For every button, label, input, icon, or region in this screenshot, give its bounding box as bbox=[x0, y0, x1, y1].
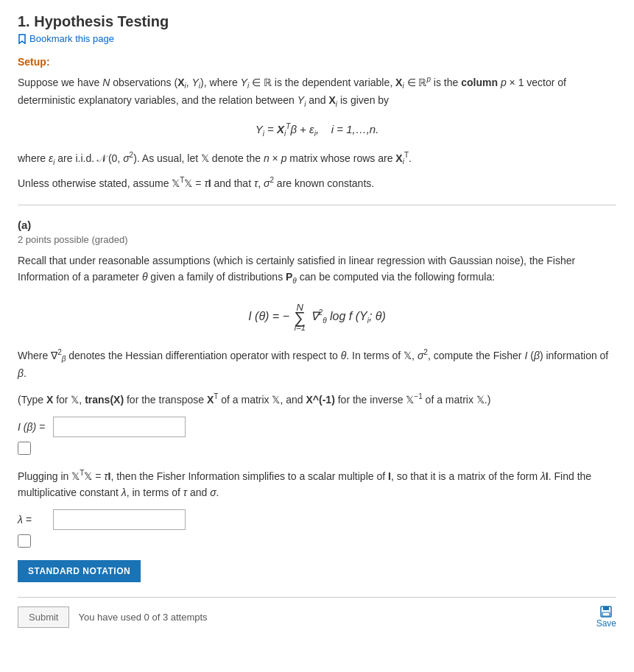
part-label: (a) bbox=[18, 219, 616, 231]
bookmark-link[interactable]: Bookmark this page bbox=[18, 33, 114, 44]
points-label: 2 points possible (graded) bbox=[18, 234, 616, 245]
standard-notation-button[interactable]: STANDARD NOTATION bbox=[18, 560, 141, 582]
answer-1-label: I (β) = bbox=[18, 421, 47, 433]
fisher-formula: I (θ) = − N ∑ i=1 ∇2θ log f (Yi; θ) bbox=[18, 302, 616, 332]
answer-2-label: λ = bbox=[18, 514, 47, 526]
divider-1 bbox=[18, 205, 616, 205]
problem-text-1: Recall that under reasonable assumptions… bbox=[18, 252, 616, 287]
answer-1-input[interactable] bbox=[53, 417, 186, 437]
checkbox-2[interactable] bbox=[18, 534, 31, 548]
page-title: 1. Hypothesis Testing bbox=[18, 13, 616, 30]
problem-text-4: Plugging in 𝕏T𝕏 = τI, then the Fisher In… bbox=[18, 467, 616, 501]
footer-bar: Submit You have used 0 of 3 attempts Sav… bbox=[18, 597, 616, 629]
submit-button[interactable]: Submit bbox=[18, 606, 69, 628]
attempts-text: You have used 0 of 3 attempts bbox=[78, 612, 207, 623]
svg-rect-2 bbox=[602, 612, 610, 616]
svg-rect-1 bbox=[603, 606, 609, 610]
main-formula: Yi = XiTβ + εi, i = 1,…,n. bbox=[18, 122, 616, 138]
answer-2-row: λ = bbox=[18, 509, 616, 530]
setup-paragraph-2: where εi are i.i.d. 𝒩 (0, σ2). As usual,… bbox=[18, 149, 616, 168]
save-label: Save bbox=[596, 618, 616, 629]
checkbox-1-row bbox=[18, 442, 616, 457]
save-area[interactable]: Save bbox=[596, 605, 616, 629]
setup-paragraph-1: Suppose we have N observations (Xi, Yi),… bbox=[18, 74, 616, 110]
bookmark-icon bbox=[18, 34, 27, 44]
answer-1-row: I (β) = bbox=[18, 417, 616, 437]
checkbox-1[interactable] bbox=[18, 442, 31, 455]
setup-label: Setup: bbox=[18, 56, 616, 68]
setup-paragraph-3: Unless otherwise stated, assume 𝕏T𝕏 = τI… bbox=[18, 174, 616, 191]
problem-text-2: Where ∇2β denotes the Hessian differenti… bbox=[18, 347, 616, 382]
answer-2-input[interactable] bbox=[53, 509, 186, 530]
checkbox-2-row bbox=[18, 534, 616, 550]
problem-text-3: (Type X for 𝕏, trans(X) for the transpos… bbox=[18, 391, 616, 408]
save-icon bbox=[599, 605, 613, 618]
